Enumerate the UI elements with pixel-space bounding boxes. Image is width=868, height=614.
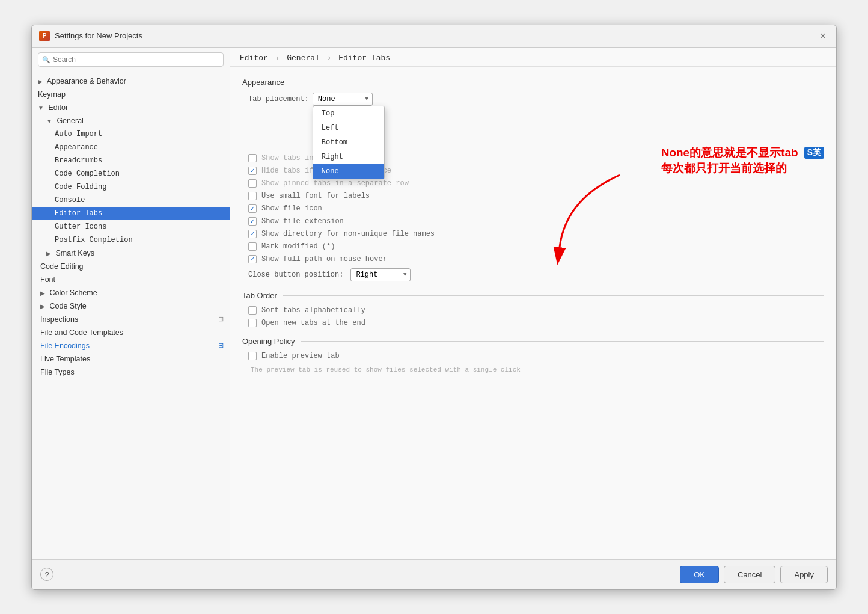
sidebar-label: Color Scheme <box>49 289 97 297</box>
show-pinned-checkbox[interactable] <box>248 179 257 188</box>
sidebar-item-console[interactable]: Console <box>32 194 230 207</box>
sidebar-item-appearance[interactable]: Appearance <box>32 141 230 154</box>
show-file-icon-row: Show file icon <box>242 204 824 213</box>
mark-modified-checkbox[interactable] <box>248 242 257 251</box>
sort-alpha-label: Sort tabs alphabetically <box>261 306 365 315</box>
show-file-icon-label: Show file icon <box>261 204 322 213</box>
open-new-end-row: Open new tabs at the end <box>242 319 824 327</box>
expand-arrow: ▼ <box>46 118 52 124</box>
sidebar-item-code-folding[interactable]: Code Folding <box>32 180 230 194</box>
sidebar-item-font[interactable]: Font <box>32 273 230 286</box>
breadcrumb-editor-tabs: Editor Tabs <box>338 54 390 63</box>
sidebar-label: Code Completion <box>55 170 120 178</box>
open-new-end-checkbox[interactable] <box>248 319 257 327</box>
mark-modified-label: Mark modified (*) <box>261 242 335 251</box>
sidebar-item-smart-keys[interactable]: ▶ Smart Keys <box>32 247 230 260</box>
sidebar-label: Auto Import <box>55 130 102 138</box>
sidebar-item-editor-tabs[interactable]: Editor Tabs <box>32 207 230 220</box>
preview-description-text: The preview tab is reused to show files … <box>251 366 521 373</box>
show-tabs-in-checkbox[interactable] <box>248 154 257 162</box>
apply-button[interactable]: Apply <box>780 566 828 583</box>
sort-alpha-checkbox[interactable] <box>248 306 257 315</box>
tab-placement-label: Tab placement: <box>248 95 309 103</box>
sidebar-item-inspections[interactable]: Inspections ⊞ <box>32 313 230 326</box>
sidebar-label: File and Code Templates <box>40 328 123 337</box>
show-file-ext-checkbox[interactable] <box>248 217 257 226</box>
sidebar-label: Appearance & Behavior <box>47 77 126 85</box>
show-file-icon-checkbox[interactable] <box>248 204 257 213</box>
sidebar-label: Editor Tabs <box>55 209 102 218</box>
bottom-bar: ? OK Cancel Apply <box>32 559 836 589</box>
opening-policy-label: Opening Policy <box>242 337 295 346</box>
sidebar-item-auto-import[interactable]: Auto Import <box>32 127 230 141</box>
show-tabs-in-label: Show tabs in <box>261 154 313 162</box>
sidebar-label: Code Folding <box>55 183 106 191</box>
show-directory-checkbox[interactable] <box>248 230 257 238</box>
show-directory-row: Show directory for non-unique file names <box>242 230 824 238</box>
show-directory-label: Show directory for non-unique file names <box>261 230 435 238</box>
close-button-position-row: Close button position: Right ▼ <box>242 268 824 281</box>
sidebar-item-file-code-templates[interactable]: File and Code Templates <box>32 326 230 339</box>
sidebar-label: Postfix Completion <box>55 236 133 244</box>
sidebar-item-appearance-behavior[interactable]: ▶ Appearance & Behavior <box>32 75 230 88</box>
appearance-section-header: Appearance <box>242 78 824 87</box>
dialog-close-button[interactable]: × <box>817 30 829 42</box>
option-top[interactable]: Top <box>313 106 384 121</box>
appearance-label: Appearance <box>242 78 284 87</box>
ok-button[interactable]: OK <box>680 566 719 583</box>
title-bar: P Settings for New Projects × <box>32 25 836 48</box>
sidebar-label: Breadcrumbs <box>55 156 102 165</box>
sidebar-item-keymap[interactable]: Keymap <box>32 88 230 101</box>
tab-placement-row: Tab placement: None ▼ Top Left Bottom Ri… <box>242 93 824 106</box>
hide-tabs-checkbox[interactable] <box>248 167 257 175</box>
sidebar-item-live-templates[interactable]: Live Templates <box>32 352 230 366</box>
nav-tree: ▶ Appearance & Behavior Keymap ▼ Editor … <box>32 72 230 559</box>
show-full-path-checkbox[interactable] <box>248 255 257 263</box>
option-left[interactable]: Left <box>313 121 384 135</box>
use-small-font-label: Use small font for labels <box>261 192 370 200</box>
option-bottom[interactable]: Bottom <box>313 135 384 150</box>
help-button[interactable]: ? <box>40 568 53 581</box>
sidebar-item-file-types[interactable]: File Types <box>32 366 230 379</box>
file-encodings-badge: ⊞ <box>218 342 224 349</box>
option-none[interactable]: None <box>313 164 384 179</box>
option-right[interactable]: Right <box>313 150 384 164</box>
settings-dialog: P Settings for New Projects × 🔍 ▶ Appear… <box>31 25 837 590</box>
sidebar-item-file-encodings[interactable]: File Encodings ⊞ <box>32 339 230 352</box>
sidebar-item-code-editing[interactable]: Code Editing <box>32 260 230 273</box>
sidebar-item-code-style[interactable]: ▶ Code Style <box>32 299 230 313</box>
sidebar-label: General <box>57 117 83 125</box>
sidebar-item-code-completion[interactable]: Code Completion <box>32 167 230 180</box>
sidebar-item-editor[interactable]: ▼ Editor <box>32 101 230 114</box>
expand-arrow: ▶ <box>46 250 51 257</box>
enable-preview-checkbox[interactable] <box>248 352 257 360</box>
cancel-button[interactable]: Cancel <box>724 566 775 583</box>
sidebar-item-breadcrumbs[interactable]: Breadcrumbs <box>32 154 230 167</box>
sidebar-item-color-scheme[interactable]: ▶ Color Scheme <box>32 286 230 299</box>
breadcrumb-general: General <box>287 54 320 63</box>
tab-placement-value: None <box>318 95 335 103</box>
opening-policy-section-header: Opening Policy <box>242 337 824 346</box>
sidebar: 🔍 ▶ Appearance & Behavior Keymap ▼ Edito… <box>32 48 230 559</box>
content-area: Appearance Tab placement: None ▼ Top Lef… <box>230 67 836 559</box>
sidebar-item-postfix-completion[interactable]: Postfix Completion <box>32 233 230 247</box>
sidebar-label: Live Templates <box>40 355 90 363</box>
tab-order-section-header: Tab Order <box>242 291 824 300</box>
show-pinned-label: Show pinned tabs in a separate row <box>261 179 409 188</box>
title-bar-left: P Settings for New Projects <box>39 31 142 41</box>
expand-arrow: ▶ <box>40 303 45 310</box>
search-input[interactable] <box>38 52 224 67</box>
breadcrumb-sep-2: › <box>327 54 332 63</box>
tab-placement-dropdown[interactable]: None ▼ <box>313 93 373 106</box>
use-small-font-row: Use small font for labels <box>242 192 824 200</box>
sidebar-label: Code Style <box>49 302 86 310</box>
use-small-font-checkbox[interactable] <box>248 192 257 200</box>
right-panel: Editor › General › Editor Tabs Appearanc… <box>230 48 836 559</box>
show-file-ext-row: Show file extension <box>242 217 824 226</box>
close-button-position-dropdown[interactable]: Right ▼ <box>350 268 411 281</box>
sidebar-item-gutter-icons[interactable]: Gutter Icons <box>32 220 230 233</box>
bottom-left: ? <box>40 568 53 581</box>
sidebar-item-general[interactable]: ▼ General <box>32 114 230 127</box>
show-full-path-label: Show full path on mouse hover <box>261 255 387 263</box>
sidebar-label: Gutter Icons <box>55 223 106 231</box>
